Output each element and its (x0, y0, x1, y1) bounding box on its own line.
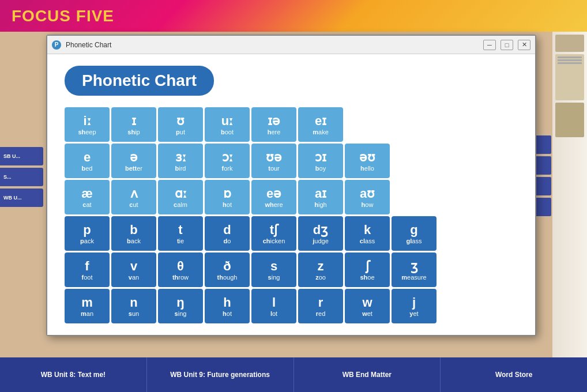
phonetic-cell-0-5[interactable]: eɪmake (298, 107, 343, 142)
phonetic-cell-0-0[interactable]: iːsheep (65, 107, 110, 142)
phonetic-cell-3-6[interactable]: kclass (345, 216, 390, 251)
phonetic-row-3: ppackbbackttieddotʃchickendʒjudgekclassg… (65, 216, 518, 251)
phonetic-word: sing (268, 274, 280, 281)
phonetic-word: make (313, 129, 329, 135)
phonetic-cell-4-3[interactable]: ðthough (205, 252, 250, 287)
bottom-nav-item-0[interactable]: WB Unit 8: Text me! (0, 357, 147, 392)
phonetic-cell-3-4[interactable]: tʃchicken (251, 216, 296, 251)
phonetic-cell-0-2[interactable]: ʊput (158, 107, 203, 142)
phonetic-cell-2-0[interactable]: æcat (65, 180, 110, 214)
s-btn[interactable]: S... (0, 168, 43, 186)
phonetic-cell-1-3[interactable]: ɔːfork (205, 144, 250, 178)
phonetic-word: high (314, 201, 326, 208)
phonetic-cell-1-5[interactable]: ɔɪboy (298, 144, 343, 178)
phonetic-symbol: əʊ (359, 150, 375, 165)
phonetic-word: hello (360, 165, 374, 172)
phonetic-cell-2-6[interactable]: aʊhow (345, 180, 390, 214)
bottom-nav-items: WB Unit 8: Text me!WB Unit 9: Future gen… (0, 357, 587, 392)
phonetic-cell-2-4[interactable]: eəwhere (251, 180, 296, 214)
phonetic-cell-5-0[interactable]: mman (65, 289, 110, 323)
phonetic-symbol: eə (266, 186, 281, 201)
phonetic-cell-0-4[interactable]: ɪəhere (251, 107, 296, 142)
phonetic-word: tour (268, 165, 280, 172)
phonetic-word: class (360, 238, 375, 244)
phonetic-symbol: ŋ (176, 295, 184, 310)
phonetic-row-4: ffootvvanθthrowðthoughssingzzooʃshoeʒmea… (65, 252, 518, 287)
phonetic-symbol: j (412, 295, 416, 310)
phonetic-word: shoe (360, 274, 374, 281)
bottom-nav-item-3[interactable]: Word Store (441, 357, 587, 392)
phonetic-word: pack (80, 238, 94, 244)
wb-unit-btn[interactable]: WB U... (0, 189, 43, 207)
phonetic-cell-5-2[interactable]: ŋsing (158, 289, 203, 323)
phonetic-cell-2-3[interactable]: ɒhot (205, 180, 250, 214)
phonetic-cell-1-2[interactable]: ɜːbird (158, 144, 203, 178)
book-image (552, 32, 587, 357)
phonetic-cell-4-0[interactable]: ffoot (65, 252, 110, 287)
phonetic-cell-3-5[interactable]: dʒjudge (298, 216, 343, 251)
phonetic-word: here (268, 129, 281, 135)
app-title: FOCUS FIVE (12, 7, 114, 25)
phonetic-symbol: ʊə (266, 150, 282, 165)
phonetic-cell-5-1[interactable]: nsun (111, 289, 156, 323)
phonetic-symbol: æ (81, 186, 93, 201)
phonetic-word: cat (82, 201, 91, 208)
phonetic-symbol: m (81, 295, 93, 310)
phonetic-cell-3-2[interactable]: ttie (158, 216, 203, 251)
phonetic-symbol: aʊ (360, 186, 375, 201)
phonetic-symbol: r (318, 295, 323, 310)
phonetic-cell-0-1[interactable]: ɪship (111, 107, 156, 142)
bottom-nav-item-2[interactable]: WB End Matter (294, 357, 441, 392)
phonetic-cell-1-4[interactable]: ʊətour (251, 144, 296, 178)
phonetic-symbol: ɒ (223, 186, 231, 201)
maximize-button[interactable]: □ (501, 40, 513, 50)
close-button[interactable]: ✕ (518, 40, 530, 50)
phonetic-word: where (265, 201, 283, 208)
phonetic-symbol: ɑː (175, 186, 187, 201)
title-highlight: FIVE (76, 7, 114, 25)
phonetic-cell-3-0[interactable]: ppack (65, 216, 110, 251)
phonetic-word: foot (82, 274, 93, 281)
phonetic-cell-1-0[interactable]: ebed (65, 144, 110, 178)
window-titlebar: P Phonetic Chart ─ □ ✕ (47, 36, 535, 54)
phonetic-cell-5-7[interactable]: jyet (392, 289, 437, 323)
phonetic-cell-4-1[interactable]: vvan (111, 252, 156, 287)
phonetic-cell-4-7[interactable]: ʒmeasure (392, 252, 437, 287)
phonetic-symbol: tʃ (270, 223, 278, 238)
phonetic-cell-3-3[interactable]: ddo (205, 216, 250, 251)
minimize-button[interactable]: ─ (483, 40, 496, 50)
phonetic-symbol: k (364, 223, 371, 238)
phonetic-cell-3-7[interactable]: gglass (392, 216, 437, 251)
bottom-nav: WB Unit 8: Text me!WB Unit 9: Future gen… (0, 357, 587, 392)
main-area: SB U... S... WB U... P Phonetic Chart ─ … (0, 32, 587, 357)
phonetic-cell-1-1[interactable]: əbetter (111, 144, 156, 178)
phonetic-symbol: ɔɪ (315, 150, 326, 165)
phonetic-cell-5-5[interactable]: rred (298, 289, 343, 323)
phonetic-word: chicken (263, 238, 285, 244)
phonetic-cell-4-2[interactable]: θthrow (158, 252, 203, 287)
bottom-nav-item-1[interactable]: WB Unit 9: Future generations (147, 357, 294, 392)
phonetic-symbol: ɜː (175, 150, 186, 165)
phonetic-symbol: e (84, 150, 91, 165)
phonetic-cell-0-3[interactable]: uːboot (205, 107, 250, 142)
phonetic-symbol: ʒ (411, 259, 418, 274)
phonetic-cell-2-5[interactable]: aɪhigh (298, 180, 343, 214)
phonetic-row-1: ebedəbetterɜːbirdɔːforkʊətourɔɪboyəʊhell… (65, 144, 518, 178)
window-controls: ─ □ ✕ (483, 40, 530, 50)
phonetic-symbol: d (223, 223, 231, 238)
phonetic-word: how (362, 201, 374, 208)
phonetic-cell-4-6[interactable]: ʃshoe (345, 252, 390, 287)
phonetic-symbol: v (130, 259, 137, 274)
phonetic-word: sheep (78, 129, 96, 135)
sb-unit-btn[interactable]: SB U... (0, 147, 43, 165)
phonetic-cell-4-4[interactable]: ssing (251, 252, 296, 287)
phonetic-cell-5-4[interactable]: llot (251, 289, 296, 323)
chart-content: Phonetic Chart iːsheepɪshipʊputuːbootɪəh… (47, 54, 535, 335)
phonetic-cell-2-2[interactable]: ɑːcalm (158, 180, 203, 214)
phonetic-cell-3-1[interactable]: bback (111, 216, 156, 251)
phonetic-cell-2-1[interactable]: ʌcut (111, 180, 156, 214)
phonetic-cell-1-6[interactable]: əʊhello (345, 144, 390, 178)
phonetic-cell-4-5[interactable]: zzoo (298, 252, 343, 287)
phonetic-cell-5-6[interactable]: wwet (345, 289, 390, 323)
phonetic-cell-5-3[interactable]: hhot (205, 289, 250, 323)
